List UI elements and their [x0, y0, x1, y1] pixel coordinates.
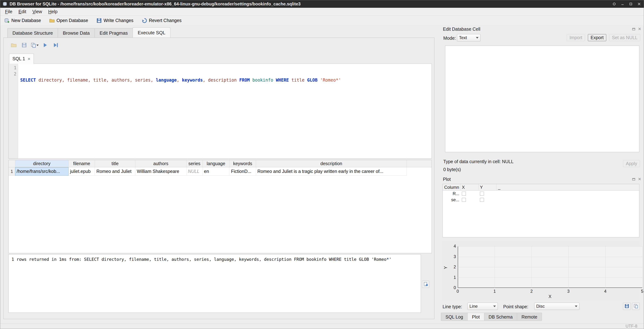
plot-table-header-Column[interactable]: Column	[443, 184, 460, 190]
sql-tab-1[interactable]: SQL 1 ×	[9, 54, 34, 64]
result-cell-description[interactable]: Romeo and Juliet is a tragic play writte…	[256, 167, 407, 176]
open-sql-file-button[interactable]	[10, 42, 17, 49]
column-header-title[interactable]: title	[95, 160, 135, 167]
export-results-dropdown-arrow	[36, 44, 39, 46]
plot-x-cell	[460, 198, 478, 202]
column-header-series[interactable]: series	[186, 160, 202, 167]
execute-sql-icon	[42, 42, 48, 48]
plot-y-checkbox[interactable]	[480, 198, 484, 202]
revert-changes-button[interactable]: Revert Changes	[140, 17, 183, 24]
export-results-icon	[31, 42, 36, 48]
line-type-combobox[interactable]: Line	[468, 303, 498, 310]
menu-edit[interactable]: Edit	[15, 8, 29, 15]
results-grid: directoryfilenametitleauthorsserieslangu…	[8, 160, 432, 253]
menu-file[interactable]: File	[2, 8, 15, 15]
plot-y-checkbox[interactable]	[480, 192, 484, 196]
dock-tab-plot[interactable]: Plot	[468, 313, 484, 321]
titlebar[interactable]: DB Browser for SQLite - /home/frans/src/…	[0, 0, 644, 8]
dock-close-icon[interactable]: ✕	[638, 178, 641, 181]
window-sticky-button[interactable]	[612, 2, 617, 6]
sql-editor[interactable]: 1 2 SELECT directory, filename, title, a…	[8, 64, 432, 159]
open-database-button[interactable]: Open Database	[48, 17, 90, 24]
set-as-null-button[interactable]: Set as NULL	[609, 34, 640, 41]
column-header-authors[interactable]: authors	[135, 160, 186, 167]
plot-chart: X Y 01234543210	[442, 242, 639, 300]
mode-combobox[interactable]: Text	[457, 34, 480, 41]
tab-browse-data[interactable]: Browse Data	[58, 28, 95, 38]
plot-series-row: se...	[443, 197, 639, 203]
plot-x-checkbox[interactable]	[462, 192, 466, 196]
open-database-label: Open Database	[56, 18, 88, 23]
plot-series-name: R...	[443, 191, 460, 196]
plot-table-header-Y[interactable]: Y	[478, 184, 496, 190]
dock-close-icon[interactable]: ✕	[638, 28, 641, 30]
sql-token-identifier: directory, filename, title, authors, ser…	[38, 78, 156, 83]
plot-table-header-X[interactable]: X	[460, 184, 478, 190]
column-header-keywords[interactable]: keywords	[230, 160, 256, 167]
line-type-value: Line	[470, 304, 478, 309]
new-database-button[interactable]: New Database	[3, 17, 42, 24]
result-cell-title[interactable]: Romeo and Juliet	[95, 167, 135, 176]
write-changes-button[interactable]: Write Changes	[95, 17, 135, 24]
result-cell-authors[interactable]: William Shakespeare	[135, 167, 186, 176]
copy-plot-button[interactable]	[632, 303, 640, 310]
result-cell-keywords[interactable]: FictionD...	[230, 167, 256, 176]
chevron-down-icon	[493, 306, 496, 307]
save-sql-file-button[interactable]	[20, 42, 28, 49]
main-tab-bar: Database Structure Browse Data Edit Prag…	[4, 28, 170, 38]
results-popout-button[interactable]	[422, 281, 429, 288]
column-header-directory[interactable]: directory	[15, 160, 68, 167]
execute-current-line-icon	[53, 42, 58, 48]
window-minimize-button[interactable]	[620, 2, 625, 6]
import-button[interactable]: Import	[567, 34, 585, 41]
menu-help[interactable]: Help	[45, 8, 60, 15]
menu-view[interactable]: View	[29, 8, 45, 15]
x-tick-label: 2	[526, 289, 537, 294]
gridline-vertical	[642, 246, 642, 288]
plot-y-cell	[478, 192, 496, 196]
popout-icon	[423, 282, 428, 287]
encoding-indicator[interactable]: UTF-8	[626, 324, 637, 329]
dock-tab-remote[interactable]: Remote	[517, 313, 542, 321]
plot-table-header: ColumnXY_	[443, 184, 639, 190]
x-tick-label: 3	[563, 289, 574, 294]
column-header-filename[interactable]: filename	[68, 160, 95, 167]
sql-code[interactable]: SELECT directory, filename, title, autho…	[18, 64, 432, 158]
sql-token-string: 'Romeo*'	[320, 78, 341, 83]
results-corner-header[interactable]	[9, 160, 15, 167]
apply-button[interactable]: Apply	[623, 160, 640, 167]
cell-editor[interactable]	[445, 46, 639, 152]
window-close-button[interactable]	[636, 2, 642, 6]
dock-tab-sql-log[interactable]: SQL Log	[441, 313, 468, 321]
dock-float-icon[interactable]	[632, 28, 635, 30]
result-cell-language[interactable]: en	[202, 167, 230, 176]
point-shape-combobox[interactable]: Disc	[534, 303, 580, 310]
dock-tab-db-schema[interactable]: DB Schema	[484, 313, 517, 321]
plot-table-header-_[interactable]: _	[496, 184, 639, 190]
save-plot-button[interactable]	[623, 303, 631, 310]
dock-float-icon[interactable]	[632, 178, 635, 180]
gridline-horizontal	[458, 257, 642, 257]
sql-code-line: SELECT directory, filename, title, autho…	[20, 77, 432, 83]
execute-sql-button[interactable]	[42, 42, 49, 49]
window-maximize-button[interactable]	[628, 2, 633, 6]
plot-x-checkbox[interactable]	[462, 198, 466, 202]
result-cell-series[interactable]: NULL	[186, 167, 202, 176]
column-header-description[interactable]: description	[256, 160, 407, 167]
export-button[interactable]: Export	[588, 34, 606, 41]
tab-edit-pragmas[interactable]: Edit Pragmas	[94, 28, 133, 38]
sql-tab-close-icon[interactable]: ×	[28, 56, 30, 61]
column-header-language[interactable]: language	[202, 160, 230, 167]
result-cell-filename[interactable]: juliet.epub	[68, 167, 95, 176]
results-row: 1/home/frans/src/kob...juliet.epubRomeo …	[9, 167, 432, 176]
execute-current-line-button[interactable]	[52, 42, 59, 49]
row-number[interactable]: 1	[9, 167, 15, 176]
x-axis-title: X	[458, 294, 642, 299]
tab-database-structure[interactable]: Database Structure	[8, 28, 58, 38]
sql-tab-label: SQL 1	[12, 56, 25, 61]
line-number: 2	[9, 71, 16, 77]
tab-execute-sql[interactable]: Execute SQL	[133, 28, 170, 38]
y-tick-label: 0	[444, 285, 456, 290]
export-results-button[interactable]	[31, 42, 38, 49]
result-cell-directory[interactable]: /home/frans/src/kob...	[15, 167, 68, 176]
